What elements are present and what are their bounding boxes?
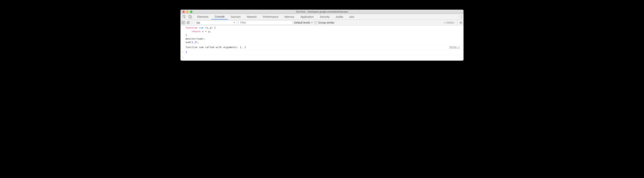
entered-code[interactable]: function sum (x,y) { return x + y; } mon… (186, 26, 464, 44)
device-toolbar-icon[interactable] (188, 15, 192, 19)
result-value[interactable]: 3 (186, 51, 464, 54)
filter-input[interactable] (238, 21, 292, 25)
inspect-element-icon[interactable] (182, 15, 186, 19)
execution-context-select[interactable]: top ▼ (194, 21, 237, 25)
svg-rect-2 (190, 16, 192, 18)
group-similar-label: Group similar (318, 21, 334, 24)
tab-axe[interactable]: aXe (346, 14, 357, 20)
gear-icon (459, 21, 462, 24)
chevron-down-icon: ▼ (311, 22, 313, 24)
tab-console[interactable]: Console (212, 14, 228, 20)
hidden-messages-count[interactable]: 1 hidden (444, 21, 456, 24)
panel-tabs: Elements Console Sources Network Perform… (194, 14, 357, 20)
svg-point-5 (461, 18, 462, 18)
titlebar: DevTools - developers.google.com/web/sho… (180, 10, 464, 14)
output-chevron-icon: <· (180, 51, 186, 54)
checkbox-checked-icon: ✓ (314, 21, 317, 24)
prompt-input[interactable] (186, 56, 464, 59)
tab-performance[interactable]: Performance (260, 14, 281, 20)
group-similar-toggle[interactable]: ✓ Group similar (314, 21, 334, 24)
chevron-down-icon: ▼ (233, 22, 235, 24)
tabbar-more[interactable] (459, 14, 464, 20)
prompt-chevron-icon: › (180, 56, 186, 59)
log-source-link[interactable]: VM580:2 (449, 46, 462, 49)
tab-application[interactable]: Application (297, 14, 317, 20)
tab-sources[interactable]: Sources (228, 14, 244, 20)
svg-point-3 (461, 15, 462, 16)
tabbar-left-tools (180, 14, 194, 20)
tab-audits[interactable]: Audits (332, 14, 346, 20)
svg-line-9 (188, 22, 189, 23)
separator (192, 21, 192, 24)
console-result-entry: <· 3 (180, 50, 464, 55)
svg-point-4 (461, 17, 462, 17)
devtools-window: DevTools - developers.google.com/web/sho… (180, 10, 464, 61)
svg-line-16 (462, 23, 462, 24)
kebab-menu-icon (461, 15, 462, 18)
tab-network[interactable]: Network (244, 14, 260, 20)
close-window-button[interactable] (182, 11, 185, 13)
svg-point-10 (460, 22, 461, 23)
log-gutter (180, 46, 186, 49)
console-toolbar: top ▼ Default levels ▼ ✓ Group similar 1… (180, 20, 464, 26)
window-controls (180, 11, 192, 13)
console-log-entry: function sum called with arguments: 1, 2… (180, 45, 464, 50)
levels-label: Default levels (294, 21, 310, 24)
clear-console-icon[interactable] (187, 21, 190, 24)
window-title: DevTools - developers.google.com/web/sho… (180, 11, 464, 13)
console-prompt[interactable]: › (180, 55, 464, 61)
svg-line-17 (460, 23, 460, 24)
input-chevron-icon: › (180, 26, 186, 44)
console-input-entry: › function sum (x,y) { return x + y; } m… (180, 26, 464, 45)
zoom-window-button[interactable] (190, 11, 192, 13)
tab-memory[interactable]: Memory (282, 14, 298, 20)
svg-line-15 (460, 22, 460, 22)
tab-security[interactable]: Security (317, 14, 333, 20)
svg-line-18 (462, 22, 462, 22)
console-settings[interactable] (457, 20, 462, 25)
show-console-sidebar-icon[interactable] (182, 21, 185, 24)
log-content: function sum called with arguments: 1, 2… (186, 46, 464, 49)
console-output: › function sum (x,y) { return x + y; } m… (180, 26, 464, 61)
minimize-window-button[interactable] (186, 11, 188, 13)
svg-rect-0 (183, 15, 185, 17)
context-label: top (196, 21, 200, 24)
panel-tabbar: Elements Console Sources Network Perform… (180, 14, 464, 20)
tab-elements[interactable]: Elements (194, 14, 212, 20)
log-levels-select[interactable]: Default levels ▼ (294, 21, 313, 24)
log-message[interactable]: function sum called with arguments: 1, 2 (186, 46, 449, 49)
